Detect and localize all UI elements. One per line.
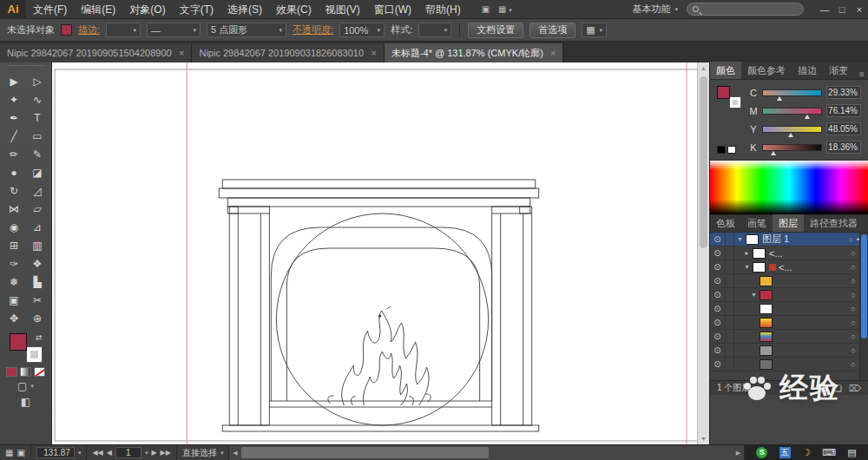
yellow-slider[interactable] (762, 126, 822, 133)
screen-mode-button[interactable]: ◧ (21, 394, 30, 410)
menu-file[interactable]: 文件(F) (26, 0, 74, 19)
search-input[interactable] (703, 4, 798, 14)
selection-tool[interactable]: ▶ (3, 72, 26, 90)
magic-wand-tool[interactable]: ✦ (3, 90, 26, 108)
layer-row-6[interactable]: ⊙ ○ (710, 302, 868, 316)
minimize-button[interactable]: — (816, 0, 833, 19)
stroke-link[interactable]: 描边: (78, 23, 100, 36)
workspace-switcher[interactable]: 基本功能▾ (623, 3, 687, 16)
scroll-right-icon[interactable]: ▶ (733, 445, 744, 460)
lock-cell[interactable] (726, 274, 734, 287)
make-clip-mask-icon[interactable]: ▤ (819, 384, 826, 393)
artboard-tool[interactable]: ▣ (3, 291, 26, 309)
menu-view[interactable]: 视图(V) (319, 0, 367, 19)
symbol-sprayer-tool[interactable]: ❅ (3, 273, 26, 291)
target-icon[interactable]: ○ (845, 235, 857, 244)
layer-row-7[interactable]: ⊙ ○ (710, 316, 868, 330)
fill-proxy-swatch[interactable] (717, 86, 730, 99)
eyedropper-tool[interactable]: ✑ (3, 254, 26, 273)
expand-icon[interactable]: ▾ (734, 235, 746, 243)
close-button[interactable]: × (851, 0, 868, 19)
layer-name[interactable]: <... (769, 248, 847, 259)
tab-stroke[interactable]: 描边 (792, 62, 823, 79)
stroke-proxy-swatch[interactable] (729, 96, 741, 108)
first-artboard-icon[interactable]: ◀◀ (92, 449, 102, 457)
scroll-left-icon[interactable]: ◀ (229, 445, 240, 460)
layers-scrollbar[interactable] (859, 233, 868, 380)
status-grid-icon[interactable]: ▦ (5, 448, 13, 457)
menu-window[interactable]: 窗口(W) (367, 0, 418, 19)
night-mode-icon[interactable]: ☽ (802, 447, 811, 458)
white-swatch[interactable] (727, 146, 736, 154)
target-icon[interactable]: ○ (847, 332, 859, 341)
tab-gradient[interactable]: 渐变 (823, 62, 854, 79)
layer-row-5[interactable]: ⊙ ▾ ○ (710, 288, 868, 302)
layer-row-3[interactable]: ⊙ ▾ <... ○ (710, 260, 868, 274)
line-segment-tool[interactable]: ╱ (3, 127, 26, 145)
layer-name[interactable]: <... (779, 262, 847, 273)
lock-cell[interactable] (726, 330, 734, 343)
visibility-eye-icon[interactable]: ⊙ (710, 358, 726, 371)
canvas[interactable]: ▲ ▼ (52, 62, 709, 444)
toolbar-grip[interactable] (9, 65, 43, 70)
tab-close-icon[interactable]: × (179, 48, 184, 58)
magenta-value[interactable]: 76.14% (826, 104, 861, 117)
next-artboard-icon[interactable]: ▶ (151, 449, 156, 457)
lasso-tool[interactable]: ∿ (26, 90, 49, 108)
vertical-scrollbar[interactable]: ▲ ▼ (697, 62, 709, 444)
expand-icon[interactable]: ▾ (741, 263, 753, 271)
target-icon[interactable]: ○ (847, 263, 859, 272)
prev-artboard-icon[interactable]: ◀ (107, 449, 112, 457)
horizontal-scroll-thumb[interactable] (241, 447, 488, 458)
yellow-value[interactable]: 48.05% (826, 122, 861, 135)
width-profile-dropdown[interactable]: —▾ (147, 23, 201, 37)
bridge-icon[interactable]: ▣ (482, 4, 490, 14)
stroke-swatch[interactable] (26, 346, 43, 363)
layer-row-8[interactable]: ⊙ ○ (710, 330, 868, 344)
sogou-input-icon[interactable]: S (756, 447, 767, 458)
tab-swatches[interactable]: 色板 (710, 214, 741, 232)
target-icon[interactable]: ○ (847, 346, 859, 355)
visibility-eye-icon[interactable]: ⊙ (710, 316, 726, 329)
menu-select[interactable]: 选择(S) (220, 0, 269, 19)
type-tool[interactable]: T (26, 108, 49, 127)
expand-icon[interactable]: ▸ (741, 249, 753, 257)
tab-brushes[interactable]: 画笔 (741, 214, 773, 232)
visibility-eye-icon[interactable]: ⊙ (710, 274, 726, 287)
opacity-dropdown[interactable]: 100%▾ (339, 23, 385, 37)
width-tool[interactable]: ⋈ (3, 200, 26, 218)
rotate-tool[interactable]: ↻ (3, 181, 26, 200)
layer-row-4[interactable]: ⊙ ○ (710, 274, 868, 288)
direct-selection-tool[interactable]: ▷ (26, 72, 49, 90)
tab-color[interactable]: 颜色 (710, 62, 741, 79)
menu-help[interactable]: 帮助(H) (418, 0, 468, 19)
zoom-tool[interactable]: ⊕ (26, 309, 49, 327)
mesh-tool[interactable]: ⊞ (3, 236, 26, 254)
status-stack-icon[interactable]: ▣ (16, 448, 24, 457)
visibility-eye-icon[interactable]: ⊙ (710, 344, 726, 357)
magenta-slider[interactable] (762, 108, 822, 115)
stroke-weight-dropdown[interactable]: ▾ (106, 23, 141, 37)
pencil-tool[interactable]: ✎ (26, 145, 49, 163)
black-slider[interactable] (762, 144, 822, 151)
scroll-up-icon[interactable]: ▲ (698, 62, 709, 74)
tab-close-icon[interactable]: × (550, 48, 556, 58)
lock-cell[interactable] (726, 316, 734, 329)
layer-row-2[interactable]: ⊙ ▸ <... ○ (710, 246, 868, 260)
visibility-eye-icon[interactable]: ⊙ (710, 260, 726, 273)
black-value[interactable]: 18.36% (826, 141, 861, 154)
wubi-mode-icon[interactable]: 五 (779, 447, 791, 458)
rectangle-tool[interactable]: ▭ (26, 127, 49, 145)
blend-tool[interactable]: ❖ (26, 254, 49, 273)
gradient-tool[interactable]: ▥ (26, 236, 49, 254)
menu-edit[interactable]: 编辑(E) (74, 0, 122, 19)
layers-scroll-thumb[interactable] (861, 234, 867, 338)
zoom-control[interactable]: 131.87 ▾ (31, 445, 88, 460)
new-layer-icon[interactable]: ❏ (834, 384, 842, 393)
preferences-button[interactable]: 首选项 (529, 23, 575, 38)
target-icon[interactable]: ○ (847, 249, 859, 258)
gradient-mode-button[interactable] (20, 367, 31, 377)
tab-layers[interactable]: 图层 (773, 214, 804, 232)
scale-tool[interactable]: ◿ (26, 181, 49, 200)
fill-stroke-swatches[interactable]: ⇄ (10, 333, 43, 363)
